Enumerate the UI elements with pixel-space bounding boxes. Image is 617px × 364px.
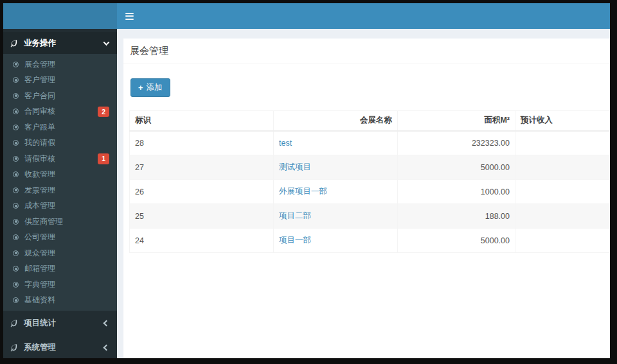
exhibition-name-link[interactable]: 测试项目 (279, 162, 311, 171)
cell-id: 27 (130, 155, 274, 180)
sidebar-toggle-button[interactable] (125, 13, 134, 20)
dot-circle-icon (13, 62, 19, 67)
dot-circle-icon (13, 125, 19, 130)
table-column-header[interactable]: 面积M² (398, 111, 515, 131)
chevron-left-icon (103, 320, 110, 326)
notification-badge: 1 (98, 153, 109, 164)
cell-id: 26 (130, 180, 274, 204)
sidebar-menu-item[interactable]: 公司管理 (3, 230, 117, 246)
content-area: 展会管理 + 添加 标识会展名称面积M²预计收入实施部门 (117, 29, 610, 358)
cell-area: 232323.00 (398, 131, 515, 155)
exhibition-name-link[interactable]: 外展项目一部 (279, 187, 327, 196)
table-header-row: 标识会展名称面积M²预计收入实施部门 (130, 111, 611, 131)
sidebar-menu-item[interactable]: 请假审核 1 (3, 151, 117, 167)
dot-circle-icon (13, 187, 19, 193)
cell-income: 100000.00 (515, 155, 611, 180)
exhibition-name-link[interactable]: 项目二部 (279, 211, 311, 220)
cell-area: 188.00 (398, 204, 515, 229)
dot-circle-icon (13, 203, 19, 209)
plus-icon: + (138, 83, 143, 92)
cell-area: 5000.00 (398, 229, 515, 253)
navbar (117, 3, 610, 29)
sidebar-menu-item[interactable]: 收款管理 (3, 167, 117, 183)
sidebar: 业务操作 展会管理 客户管理 (3, 29, 117, 358)
table-column-header[interactable]: 预计收入 (515, 111, 611, 131)
dot-circle-icon (13, 171, 19, 177)
sidebar-submenu: 展会管理 客户管理 客户合同 (3, 54, 117, 311)
sidebar-menu-item[interactable]: 供应商管理 (3, 214, 117, 230)
cell-id: 28 (130, 131, 274, 155)
exhibition-name-link[interactable]: 项目一部 (279, 236, 311, 245)
sidebar-section-label: 系统管理 (24, 342, 56, 353)
dot-circle-icon (13, 93, 19, 99)
table-row: 24 项目一部 5000.00 100000.00 内展项目 (130, 229, 611, 253)
table-body: 28 test 232323.00 3232.00 内展项目 27 测试项目 (130, 131, 611, 253)
sidebar-menu-item[interactable]: 观众管理 (3, 245, 117, 261)
bars-icon (125, 13, 134, 14)
dot-circle-icon (13, 219, 19, 225)
dot-circle-icon (13, 156, 19, 162)
dot-circle-icon (13, 108, 19, 114)
sidebar-menu-item[interactable]: 成本管理 (3, 198, 117, 214)
cell-id: 24 (130, 229, 274, 253)
exhibition-panel: 展会管理 + 添加 标识会展名称面积M²预计收入实施部门 (123, 39, 610, 358)
dot-circle-icon (13, 250, 19, 256)
cell-area: 1000.00 (398, 180, 515, 204)
sidebar-menu-item[interactable]: 基础资料 (3, 293, 117, 309)
cell-income: 100000.00 (515, 229, 611, 253)
cell-income: 10000.00 (515, 204, 611, 229)
table-column-header[interactable]: 标识 (130, 111, 274, 131)
cell-area: 5000.00 (398, 155, 515, 180)
chevron-down-icon (103, 39, 110, 46)
chevron-left-icon (103, 344, 110, 351)
table-column-header[interactable]: 会展名称 (274, 111, 398, 131)
table-row: 27 测试项目 5000.00 100000.00 内展项目 (130, 155, 611, 180)
sidebar-section-project-stats[interactable]: 项目统计 (3, 311, 117, 335)
sidebar-section-system-mgmt[interactable]: 系统管理 (3, 335, 117, 358)
dot-circle-icon (13, 282, 19, 288)
leaf-icon (10, 319, 18, 327)
sidebar-menu-item[interactable]: 客户合同 (3, 88, 117, 104)
add-button[interactable]: + 添加 (130, 78, 170, 97)
app-window: 业务操作 展会管理 客户管理 (3, 3, 610, 358)
sidebar-menu-item[interactable]: 我的请假 (3, 135, 117, 152)
leaf-icon (10, 39, 18, 48)
sidebar-section-label: 项目统计 (24, 318, 56, 329)
dot-circle-icon (13, 266, 19, 272)
exhibition-name-link[interactable]: test (279, 139, 292, 148)
table-row: 25 项目二部 188.00 10000.00 内展项目 (130, 204, 611, 229)
panel-header: 展会管理 (123, 39, 610, 64)
logo-area[interactable] (3, 3, 117, 29)
sidebar-section-business-ops[interactable]: 业务操作 (3, 32, 117, 54)
dot-circle-icon (13, 140, 19, 146)
sidebar-menu-item[interactable]: 发票管理 (3, 182, 117, 198)
sidebar-menu-item[interactable]: 展会管理 (3, 56, 117, 73)
page-title: 展会管理 (130, 45, 604, 57)
dot-circle-icon (13, 77, 19, 83)
cell-income: 3232.00 (515, 131, 611, 155)
sidebar-menu-item[interactable]: 合同审核 2 (3, 104, 117, 120)
sidebar-menu-item[interactable]: 字典管理 (3, 277, 117, 293)
table-row: 28 test 232323.00 3232.00 内展项目 (130, 131, 611, 155)
sidebar-section-label: 业务操作 (24, 38, 56, 49)
leaf-icon (10, 343, 18, 352)
sidebar-menu-item[interactable]: 客户管理 (3, 73, 117, 89)
cell-id: 25 (130, 204, 274, 229)
cell-income: 10000.00 (515, 180, 611, 204)
exhibition-table: 标识会展名称面积M²预计收入实施部门 28 test 232323.00 323… (129, 110, 610, 253)
dot-circle-icon (13, 234, 19, 240)
dot-circle-icon (13, 297, 19, 303)
sidebar-menu-item[interactable]: 客户跟单 (3, 119, 117, 135)
notification-badge: 2 (98, 107, 109, 117)
table-row: 26 外展项目一部 1000.00 10000.00 外展项目 (130, 180, 611, 204)
panel-body: + 添加 标识会展名称面积M²预计收入实施部门 (123, 64, 610, 259)
top-bar (3, 3, 610, 29)
sidebar-menu-item[interactable]: 邮箱管理 (3, 261, 117, 277)
